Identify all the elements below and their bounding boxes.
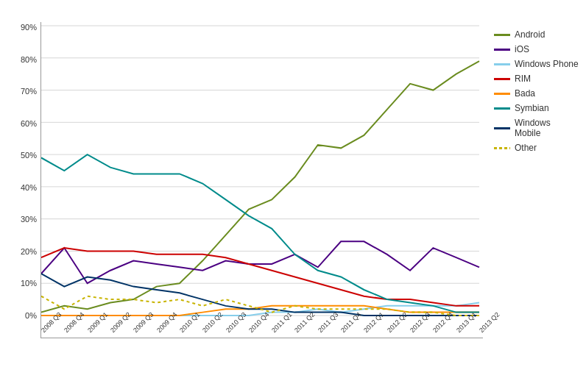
legend-item: Bada: [494, 88, 579, 99]
legend-label-text: Android: [515, 29, 545, 40]
y-axis-label: 50%: [21, 152, 37, 160]
legend-color: [494, 34, 510, 36]
legend-item: Symbian: [494, 103, 579, 113]
y-axis-label: 0%: [25, 312, 37, 320]
y-axis-label: 40%: [21, 184, 37, 192]
chart-area: 90%80%70%60%50%40%30%20%10%0% 2008 Q3200…: [7, 22, 579, 338]
y-axis-label: 20%: [21, 248, 37, 256]
legend-label-text: Symbian: [515, 103, 549, 113]
legend-item: Android: [494, 29, 579, 40]
legend-label-text: Bada: [515, 88, 535, 99]
legend-label-text: Windows Mobile: [515, 118, 579, 138]
legend-color: [494, 147, 510, 149]
legend-item: Windows Phone: [494, 59, 579, 69]
legend-label-text: RIM: [515, 74, 531, 84]
legend: AndroidiOSWindows PhoneRIMBadaSymbianWin…: [483, 22, 579, 338]
chart-svg: [41, 22, 483, 319]
y-axis-label: 30%: [21, 215, 37, 224]
y-axis-label: 10%: [21, 279, 37, 288]
legend-color: [494, 127, 510, 129]
legend-color: [494, 93, 510, 95]
y-axis-label: 70%: [21, 88, 37, 96]
legend-color: [494, 78, 510, 80]
plot-and-legend: 2008 Q32008 Q42009 Q12009 Q22009 Q32009 …: [40, 22, 579, 338]
y-axis-label: 80%: [21, 56, 37, 64]
y-axis-label: 90%: [21, 24, 37, 32]
legend-item: Windows Mobile: [494, 118, 579, 138]
legend-item: iOS: [494, 44, 579, 54]
x-labels: 2008 Q32008 Q42009 Q12009 Q22009 Q32009 …: [41, 319, 483, 338]
y-axis-label: 60%: [21, 120, 37, 128]
legend-label-text: Other: [515, 143, 537, 153]
legend-color: [494, 63, 510, 65]
plot-area: 2008 Q32008 Q42009 Q12009 Q22009 Q32009 …: [40, 22, 483, 338]
legend-item: RIM: [494, 74, 579, 84]
y-axis: 90%80%70%60%50%40%30%20%10%0%: [7, 22, 40, 338]
legend-color: [494, 107, 510, 110]
chart-container: 90%80%70%60%50%40%30%20%10%0% 2008 Q3200…: [0, 0, 586, 392]
legend-label-text: Windows Phone: [515, 59, 579, 69]
legend-item: Other: [494, 143, 579, 153]
legend-color: [494, 49, 510, 51]
legend-label-text: iOS: [515, 44, 529, 54]
